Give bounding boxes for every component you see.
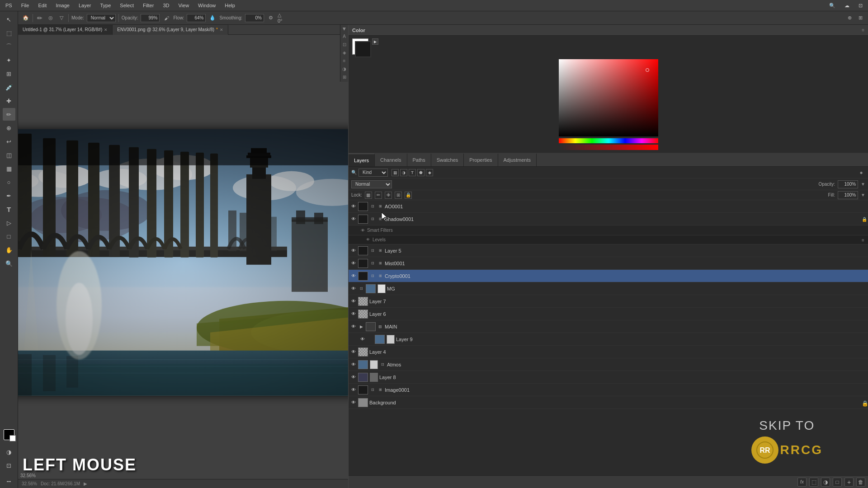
brush-picker-icon[interactable]: ▽ [57,14,66,22]
group-arrow-main[interactable]: ▶ [358,324,364,330]
layer-vis-smart-filters[interactable]: 👁 [359,227,366,234]
zoom-tool[interactable]: 🔍 [3,257,15,270]
eyedropper-tool[interactable]: 💉 [3,81,15,94]
tab-env0001[interactable]: ENV0001.png @ 32.6% (Layer 9, Layer Mask… [113,25,228,35]
layer-mg[interactable]: 👁 ⊡ MG [349,282,868,295]
brush-icon[interactable]: ✏ [36,14,44,22]
layer-vis-4[interactable]: 👁 [350,349,357,355]
menu-edit[interactable]: Edit [36,2,48,9]
tab-untitled-close[interactable]: ✕ [104,28,108,32]
menu-layer[interactable]: Layer [77,2,93,9]
right-panel-icon-6[interactable]: ⊞ [341,74,348,80]
layer-4[interactable]: 👁 Layer 4 [349,346,868,358]
filter-pixel-icon[interactable]: ▦ [392,169,399,176]
clone-tool[interactable]: ⊕ [3,122,15,134]
layer-smart-filters[interactable]: 👁 Smart Filters [349,225,868,235]
more-tools[interactable]: ••• [3,475,15,488]
layer-vis-mg[interactable]: 👁 [350,286,357,292]
window-controls[interactable]: ⊡ [857,2,864,9]
airbrush-icon[interactable]: 🖌 [162,14,170,22]
kind-filter[interactable]: Kind Name Effect [359,169,388,177]
eraser-tool[interactable]: ◫ [3,149,15,161]
search-icon[interactable]: 🔍 [827,2,837,9]
hand-tool[interactable]: ✋ [3,244,15,256]
layer-6[interactable]: 👁 Layer 6 [349,308,868,320]
lock-position-icon[interactable]: ✙ [385,192,392,199]
hue-bar[interactable] [559,138,658,144]
layer-7[interactable]: 👁 Layer 7 [349,295,868,308]
layer-vis-9[interactable]: 👁 [359,336,366,343]
right-panel-icon-3[interactable]: ◈ [341,49,348,56]
filter-type-icon[interactable]: T [409,169,416,176]
menu-view[interactable]: View [176,2,191,9]
lock-all-icon[interactable]: 🔒 [405,192,412,199]
flow-input[interactable] [187,14,206,22]
layer-vis-background[interactable]: 👁 [350,399,357,406]
menu-3d[interactable]: 3D [161,2,171,9]
color-panel-expand[interactable]: ≡ [862,28,864,33]
layer-vis-5[interactable]: 👁 [350,248,357,254]
lock-paint-icon[interactable]: ✏ [375,192,382,199]
color-panel-header[interactable]: Color ≡ [349,25,868,36]
layer-vis-levels[interactable]: 👁 [365,237,371,243]
history-brush-tool[interactable]: ↩ [3,135,15,148]
filter-toggle-icon[interactable]: ● [857,169,865,177]
layer-vis-crypto0001[interactable]: 👁 [350,273,357,279]
canvas-image[interactable] [18,129,348,395]
filter-adjustment-icon[interactable]: ◑ [400,169,407,176]
foreground-color-box[interactable] [355,41,371,57]
right-panel-icon-5[interactable]: ◑ [341,66,348,72]
layer-ao0001[interactable]: 👁 ⊡ ⊞ AO0001 [349,200,868,213]
menu-help[interactable]: Help [223,2,237,9]
layer-levels[interactable]: 👁 Levels ≡ [349,235,868,244]
tab-untitled[interactable]: Untitled-1 @ 31.7% (Layer 14, RGB/8#) ✕ [18,25,113,35]
grid-icon[interactable]: ⊞ [856,14,864,22]
layer-crypto0001[interactable]: 👁 ⊡ ⊞ Crypto0001 [349,270,868,282]
tab-properties[interactable]: Properties [464,154,498,166]
layer-vis-8[interactable]: 👁 [350,374,357,380]
layer-vis-6[interactable]: 👁 [350,311,357,317]
gradient-tool[interactable]: ▦ [3,162,15,175]
menu-ps[interactable]: PS [4,2,14,9]
menu-type[interactable]: Type [99,2,113,9]
menu-file[interactable]: File [19,2,31,9]
canvas-area[interactable] [18,35,348,479]
pen-tool[interactable]: ✒ [3,189,15,202]
group-button[interactable]: □ [833,478,842,487]
brush-size-icon[interactable]: ◎ [47,14,55,22]
layer-atmos[interactable]: 👁 ⊡ Atmos [349,358,868,371]
type-tool[interactable]: T [3,203,15,216]
menu-window[interactable]: Window [196,2,217,9]
filter-shape-icon[interactable]: ⬟ [417,169,425,176]
tab-adjustments[interactable]: Adjustments [498,154,537,166]
blend-mode-select[interactable]: Normal Multiply Screen Overlay [351,180,392,188]
menu-select[interactable]: Select [118,2,136,9]
fill-value[interactable] [838,191,858,199]
layer-vis-ao0001[interactable]: 👁 [350,203,357,210]
adjustment-button[interactable]: ◑ [821,478,830,487]
right-panel-icon-2[interactable]: ⊡ [341,41,348,47]
path-select-tool[interactable]: ▷ [3,216,15,229]
layer-8[interactable]: 👁 Layer 8 [349,371,868,384]
mode-select[interactable]: Normal Multiply Screen [87,14,116,22]
shape-tool[interactable]: □ [3,230,15,243]
right-panel-icon-4[interactable]: ≡ [341,57,348,64]
opacity-arrow[interactable]: ▼ [861,182,865,187]
color-gradient-picker[interactable] [559,59,658,136]
layer-shadow0001[interactable]: 👁 ⊡ ⊞ Shadow0001 🔒 [349,213,868,225]
fill-arrow[interactable]: ▼ [861,192,865,197]
quick-mask-btn[interactable]: ◑ [3,446,15,458]
tab-layers[interactable]: Layers [349,154,375,166]
smoothing-input[interactable] [245,14,264,22]
layer-vis-shadow0001[interactable]: 👁 [350,216,357,222]
magic-wand-tool[interactable]: ✦ [3,54,15,66]
collapse-right-icon[interactable]: ▶ [342,28,347,31]
layer-background[interactable]: 👁 Background 🔒 [349,396,868,409]
tab-env0001-close[interactable]: ✕ [220,28,223,32]
move-tool[interactable]: ↖ [3,13,15,26]
new-layer-button[interactable]: + [844,478,854,487]
layer-5[interactable]: 👁 ⊡ ⊞ Layer 5 [349,244,868,257]
delete-layer-button[interactable]: 🗑 [856,478,865,487]
lock-transparency-icon[interactable]: ▦ [365,192,372,199]
angle-icon[interactable]: △ 0° [278,14,286,22]
